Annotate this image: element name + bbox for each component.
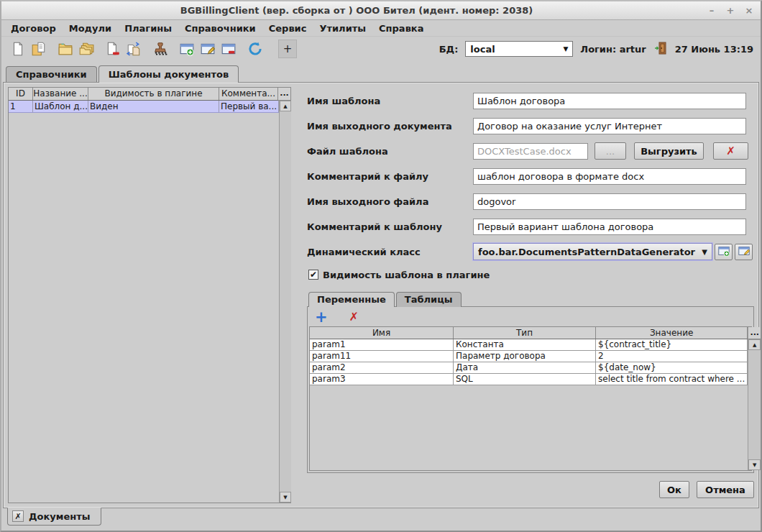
table-row[interactable]: param11 Параметр договора 2 [310, 351, 748, 362]
stamp-button[interactable] [151, 40, 170, 58]
template-comment-label: Комментарий к шаблону [307, 221, 473, 232]
templates-table-rows: 1 Шаблон д... Виден Первый ва... [9, 101, 279, 503]
menu-plaginy[interactable]: Плагины [118, 22, 178, 35]
col-name[interactable]: Название ... [33, 88, 88, 100]
variables-toolbar: + ✗ [308, 307, 753, 326]
template-file-input [473, 143, 588, 160]
scroll-track[interactable] [748, 350, 761, 459]
cell-comment: Первый ва... [219, 101, 279, 112]
menu-servis[interactable]: Сервис [262, 22, 313, 35]
col-visibility[interactable]: Видимость в плагине [88, 88, 219, 100]
new-document-icon [10, 41, 26, 57]
window-edit-button[interactable] [198, 40, 217, 58]
tab-tablicy[interactable]: Таблицы [396, 292, 462, 307]
close-tab-button[interactable]: ✗ [12, 510, 24, 522]
delete-document-button[interactable] [104, 40, 122, 58]
open-document-icon [31, 41, 47, 57]
download-button[interactable]: Выгрузить [634, 142, 704, 160]
cancel-button[interactable]: Отмена [697, 481, 754, 498]
document-minus-icon [105, 41, 121, 57]
cell-id: 1 [9, 101, 33, 112]
tab-spravochniki[interactable]: Справочники [6, 66, 97, 83]
cell-var-value: select title from contract where ... [596, 374, 748, 385]
tab-dokumenty[interactable]: ✗ Документы [7, 508, 101, 526]
menu-dogovor[interactable]: Договор [4, 22, 63, 35]
db-select-value: local [470, 44, 495, 55]
document-copy-icon [126, 41, 142, 57]
scroll-down-icon[interactable]: ▼ [280, 492, 291, 503]
template-form: Имя шаблона Имя выходного документа Файл… [298, 83, 754, 508]
file-comment-label: Комментарий к файлу [307, 171, 473, 182]
add-variable-button[interactable]: + [315, 310, 328, 324]
delete-file-button[interactable]: ✗ [713, 142, 748, 160]
table-row[interactable]: param3 SQL select title from contract wh… [310, 374, 748, 385]
file-comment-input[interactable] [473, 168, 746, 185]
minimize-button[interactable]: – [706, 5, 717, 17]
folders-button[interactable] [77, 40, 96, 58]
col-id[interactable]: ID [9, 88, 33, 100]
remove-variable-button[interactable]: ✗ [349, 310, 359, 324]
class-add-button[interactable] [715, 244, 733, 260]
table-row[interactable]: param1 Константа ${contract_title} [310, 339, 748, 351]
exit-door-icon [653, 47, 668, 58]
tab-peremennye[interactable]: Переменные [308, 292, 395, 307]
table-row[interactable]: 1 Шаблон д... Виден Первый ва... [9, 101, 279, 113]
col-var-value[interactable]: Значение [596, 327, 748, 339]
logout-button[interactable] [653, 41, 668, 58]
output-file-input[interactable] [473, 193, 746, 210]
template-name-input[interactable] [473, 93, 746, 109]
column-options-button[interactable]: ... [278, 88, 290, 101]
templates-table-body: 1 Шаблон д... Виден Первый ва... ▲ ▼ [9, 101, 290, 503]
col-comment[interactable]: Коммента... [219, 88, 278, 100]
cell-var-type: Параметр договора [454, 351, 596, 362]
output-doc-input[interactable] [473, 118, 746, 134]
variables-table: Имя Тип Значение param1 Константа ${cont… [309, 326, 752, 471]
open-document-button[interactable] [29, 40, 48, 58]
scroll-up-icon[interactable]: ▲ [280, 101, 291, 111]
variables-panel: Переменные Таблицы + ✗ Имя Тип Значение [307, 290, 754, 473]
refresh-button[interactable] [246, 40, 265, 58]
scroll-down-icon[interactable]: ▼ [748, 459, 761, 470]
variables-table-main: Имя Тип Значение param1 Константа ${cont… [310, 327, 748, 470]
menu-utility[interactable]: Утилиты [313, 22, 372, 35]
title-bar: BGBillingClient (вер. сборка от ) ООО Би… [1, 1, 761, 20]
visibility-checkbox-row: ✔ Видимость шаблона в плагине [308, 268, 753, 281]
template-name-label: Имя шаблона [307, 96, 473, 106]
dynamic-class-select[interactable]: foo.bar.DocumentsPatternDataGenerator ▼ [473, 243, 712, 260]
window-add-button[interactable] [178, 40, 196, 58]
table-row[interactable]: param2 Дата ${date_now} [310, 362, 748, 374]
tab-shablony-dokumentov[interactable]: Шаблоны документов [98, 65, 239, 83]
cell-var-type: Дата [454, 362, 596, 373]
open-folder-button[interactable] [56, 40, 75, 58]
column-options-button[interactable]: ... [748, 327, 761, 339]
templates-table-header: ID Название ... Видимость в плагине Комм… [9, 88, 290, 101]
window-remove-button[interactable] [219, 40, 238, 58]
menu-spravka[interactable]: Справка [372, 22, 430, 35]
maximize-button[interactable]: + [725, 5, 736, 17]
db-select[interactable]: local ▼ [465, 41, 573, 57]
class-edit-button[interactable] [735, 244, 753, 260]
variables-scrollbar[interactable]: ... ▲ ▼ [748, 327, 761, 470]
refresh-icon [247, 41, 263, 57]
window-title: BGBillingClient (вер. сборка от ) ООО Би… [7, 5, 706, 16]
scroll-up-icon[interactable]: ▲ [748, 339, 761, 350]
chevron-down-icon: ▼ [563, 45, 568, 52]
template-comment-input[interactable] [473, 219, 746, 235]
col-var-type[interactable]: Тип [454, 327, 596, 339]
col-var-name[interactable]: Имя [310, 327, 454, 339]
scroll-track[interactable] [280, 111, 291, 492]
cell-var-name: param1 [310, 339, 454, 350]
ok-button[interactable]: Ок [659, 481, 689, 498]
visibility-checkbox[interactable]: ✔ [308, 270, 318, 280]
close-button[interactable]: × [743, 5, 755, 17]
toolbar-plus-button[interactable]: + [278, 40, 297, 58]
menu-moduli[interactable]: Модули [63, 22, 118, 35]
menu-spravochniki[interactable]: Справочники [178, 22, 262, 35]
folder-icon [58, 41, 73, 57]
window-controls: – + × [706, 5, 755, 17]
visibility-checkbox-label: Видимость шаблона в плагине [323, 270, 490, 280]
new-document-button[interactable] [9, 40, 27, 58]
templates-scrollbar[interactable]: ▲ ▼ [279, 101, 291, 503]
login-label: Логин: artur [580, 44, 646, 55]
copy-document-button[interactable] [124, 40, 143, 58]
